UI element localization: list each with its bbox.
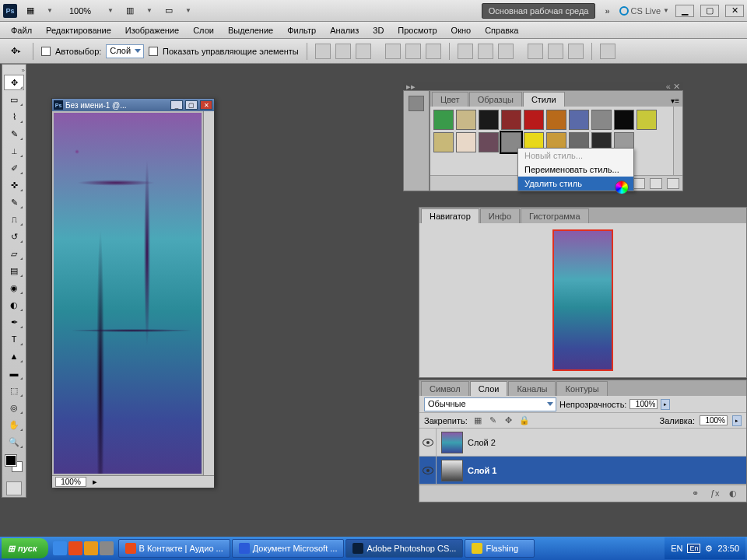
lasso-tool[interactable]: ⌇: [4, 109, 24, 124]
menu-file[interactable]: Файл: [5, 24, 38, 37]
blend-mode-dropdown[interactable]: Обычные: [424, 397, 556, 411]
canvas[interactable]: [54, 113, 202, 474]
color-swatch[interactable]: [5, 455, 23, 472]
taskbar-button[interactable]: Документ Microsoft ...: [232, 539, 345, 558]
lang-indicator[interactable]: EN: [671, 544, 682, 553]
layer-thumbnail[interactable]: [441, 460, 463, 481]
style-swatch[interactable]: [433, 110, 454, 130]
tab-character[interactable]: Символ: [421, 381, 469, 396]
dodge-tool[interactable]: ◐: [4, 297, 24, 313]
auto-select-checkbox[interactable]: [41, 47, 51, 56]
new-style-icon[interactable]: [650, 178, 662, 189]
menu-edit[interactable]: Редактирование: [40, 24, 117, 37]
tab-styles[interactable]: Стили: [523, 92, 565, 107]
style-swatch[interactable]: [433, 132, 454, 152]
quick-select-tool[interactable]: ✎: [4, 126, 24, 142]
bridge-icon[interactable]: ▦: [22, 3, 39, 19]
toolbox-handle[interactable]: »: [3, 66, 25, 74]
layer-mask-icon[interactable]: ◐: [729, 488, 742, 499]
menu-image[interactable]: Изображение: [119, 24, 185, 37]
auto-select-dropdown[interactable]: Слой: [106, 44, 144, 58]
maximize-button[interactable]: ▢: [700, 5, 719, 17]
3d-camera-tool[interactable]: ◎: [4, 400, 24, 415]
layer-name[interactable]: Слой 2: [468, 438, 496, 447]
layer-name[interactable]: Слой 1: [468, 466, 496, 475]
panel-handle[interactable]: ▸▸« ✕: [403, 82, 683, 90]
firefox-icon[interactable]: [84, 541, 98, 555]
tray-icon[interactable]: ⚙: [705, 544, 713, 554]
keyboard-layout[interactable]: En: [687, 544, 700, 553]
menu-select[interactable]: Выделение: [222, 24, 279, 37]
align-vcenter-icon[interactable]: [335, 44, 351, 59]
visibility-toggle[interactable]: [419, 429, 437, 457]
menu-analysis[interactable]: Анализ: [324, 24, 365, 37]
expand-workspaces-icon[interactable]: »: [600, 5, 614, 17]
align-left-icon[interactable]: [385, 44, 401, 59]
distribute-hcenter-icon[interactable]: [548, 44, 563, 59]
foreground-color[interactable]: [5, 455, 16, 466]
tab-color[interactable]: Цвет: [432, 92, 468, 107]
tab-info[interactable]: Инфо: [480, 208, 520, 223]
hand-tool[interactable]: ✋: [4, 417, 24, 432]
screen-mode-icon[interactable]: ▭: [160, 3, 177, 19]
lock-position-icon[interactable]: ✥: [503, 415, 514, 426]
distribute-left-icon[interactable]: [528, 44, 543, 59]
3d-tool[interactable]: ⬚: [4, 383, 24, 398]
opacity-arrow-icon[interactable]: ▸: [661, 399, 670, 410]
distribute-right-icon[interactable]: [568, 44, 584, 59]
style-swatch[interactable]: [456, 132, 476, 152]
doc-minimize-button[interactable]: _: [170, 100, 183, 110]
style-scrollbar[interactable]: [673, 107, 682, 175]
doc-maximize-button[interactable]: ▢: [185, 100, 198, 110]
cslive-button[interactable]: CS Live▼: [619, 6, 669, 16]
delete-style-icon[interactable]: [667, 178, 679, 189]
workspace-button[interactable]: Основная рабочая среда: [482, 3, 596, 19]
style-swatch[interactable]: [479, 132, 499, 152]
clear-style-icon[interactable]: [633, 178, 645, 189]
app-icon[interactable]: [100, 541, 114, 555]
lock-transparency-icon[interactable]: ▦: [472, 415, 483, 426]
menu-3d[interactable]: 3D: [366, 24, 390, 37]
style-swatch[interactable]: [637, 110, 657, 130]
show-controls-checkbox[interactable]: [149, 47, 158, 56]
eraser-tool[interactable]: ▱: [4, 246, 24, 261]
doc-zoom-value[interactable]: 100%: [55, 477, 86, 487]
tab-navigator[interactable]: Навигатор: [421, 208, 479, 223]
pen-tool[interactable]: ✒: [4, 314, 24, 330]
distribute-top-icon[interactable]: [458, 44, 473, 59]
link-layers-icon[interactable]: ⚭: [692, 488, 704, 499]
style-swatch[interactable]: [456, 110, 476, 130]
panel-menu-icon[interactable]: ▾≡: [668, 95, 682, 107]
dropdown-arrow-icon[interactable]: ▼: [44, 7, 56, 14]
menu-layer[interactable]: Слои: [187, 24, 220, 37]
zoom-tool[interactable]: 🔍: [4, 434, 24, 450]
fill-input[interactable]: 100%: [700, 415, 728, 425]
tab-histogram[interactable]: Гистограмма: [521, 208, 589, 223]
path-select-tool[interactable]: ▲: [4, 348, 24, 364]
style-swatch[interactable]: [569, 110, 589, 130]
clock[interactable]: 23:50: [717, 544, 739, 553]
style-swatch[interactable]: [479, 110, 499, 130]
tab-swatches[interactable]: Образцы: [469, 92, 522, 107]
start-button[interactable]: ⊞пуск: [2, 538, 48, 558]
fill-arrow-icon[interactable]: ▸: [732, 415, 742, 426]
style-swatch[interactable]: [524, 110, 544, 130]
opera-icon[interactable]: [68, 541, 82, 555]
tab-channels[interactable]: Каналы: [508, 381, 556, 396]
layer-row[interactable]: Слой 2: [419, 429, 746, 457]
navigator-thumbnail[interactable]: [552, 229, 613, 371]
style-swatch[interactable]: [614, 110, 634, 130]
auto-align-icon[interactable]: [600, 44, 615, 59]
distribute-vcenter-icon[interactable]: [478, 44, 493, 59]
minimize-button[interactable]: ▁: [675, 5, 694, 17]
menu-view[interactable]: Просмотр: [391, 24, 443, 37]
view-grid-icon[interactable]: ▥: [121, 3, 139, 19]
type-tool[interactable]: T: [4, 331, 24, 347]
align-right-icon[interactable]: [426, 44, 441, 59]
move-tool[interactable]: ✥: [4, 75, 24, 90]
dropdown-arrow-icon[interactable]: ▼: [104, 7, 117, 14]
taskbar-button[interactable]: В Контакте | Аудио ...: [118, 539, 230, 558]
align-hcenter-icon[interactable]: [405, 44, 421, 59]
brush-tool[interactable]: ✎: [4, 194, 24, 210]
marquee-tool[interactable]: ▭: [4, 92, 24, 107]
